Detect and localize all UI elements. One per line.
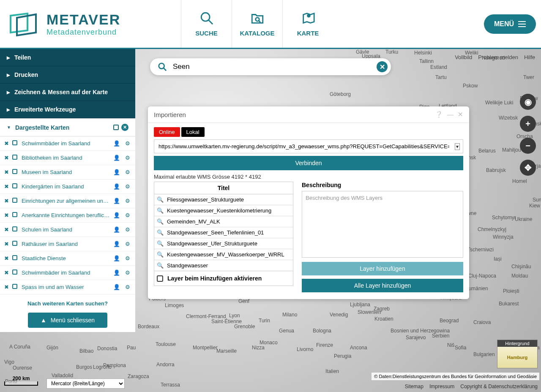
layer-name[interactable]: Schwimmbäder im Saarland [22,270,111,276]
remove-layer-icon[interactable]: ✖ [4,169,9,175]
section-erweitert[interactable]: ▶Erweiterte Werkzeuge [0,101,135,118]
toggle-all-icon[interactable] [113,125,119,130]
section-drucken[interactable]: ▶Drucken [0,66,135,84]
remove-layer-icon[interactable]: ✖ [4,284,9,290]
extent-button[interactable]: ✥ [520,160,536,176]
toggle-layer-icon[interactable] [12,270,17,276]
clear-search-icon[interactable]: ✕ [377,61,388,72]
zoom-icon[interactable]: 🔍 [157,229,164,236]
close-menu-button[interactable]: ▲Menü schliessen [28,313,107,328]
toggle-layer-icon[interactable] [12,255,17,261]
section-teilen[interactable]: ▶Teilen [0,49,135,66]
menu-button[interactable]: MENÜ [484,14,536,34]
toggle-layer-icon[interactable] [12,155,17,161]
tab-lokal[interactable]: Lokal [181,127,205,137]
nav-suche[interactable]: SUCHE [181,0,232,48]
layer-name[interactable]: Bibliotheken im Saarland [22,155,111,161]
remove-layer-icon[interactable]: ✖ [4,255,9,261]
hilfe-link[interactable]: Hilfe [524,54,535,60]
tab-online[interactable]: Online [154,127,180,137]
remove-layer-icon[interactable]: ✖ [4,198,9,204]
activate-checkbox-row[interactable]: Layer beim Hinzufügen aktivieren [154,271,293,286]
remove-layer-icon[interactable]: ✖ [4,226,9,233]
map-search-input[interactable] [173,63,377,71]
zoom-icon[interactable]: 🔍 [157,240,164,247]
help-icon[interactable]: ❔ [435,111,443,118]
toggle-layer-icon[interactable] [12,212,17,218]
remove-layer-icon[interactable]: ✖ [4,155,9,161]
toggle-layer-icon[interactable] [12,169,17,175]
remove-layer-icon[interactable]: ✖ [4,241,9,247]
nav-karte[interactable]: KARTE [282,0,333,48]
layer-name[interactable]: Schulen im Saarland [22,226,111,233]
wms-url-input[interactable] [154,139,463,153]
layer-name[interactable]: Spass im und am Wasser [22,284,111,290]
toggle-layer-icon[interactable] [12,284,17,290]
zoom-icon[interactable]: 🔍 [157,251,164,258]
section-zeichnen[interactable]: ▶Zeichnen & Messen auf der Karte [0,84,135,101]
gear-icon[interactable]: ⚙ [125,169,130,175]
locate-button[interactable]: ◉ [520,94,536,110]
basemap-switcher[interactable]: Hintergrund Hamburg [497,340,538,368]
logo[interactable]: METAVER Metadatenverbund [0,9,181,39]
sitemap-link[interactable]: Sitemap [405,384,424,389]
problem-link[interactable]: Problem melden [478,54,518,60]
layer-name[interactable]: Staatliche Dienste [22,255,111,261]
zoom-in-button[interactable]: + [520,116,536,132]
url-dropdown-icon[interactable]: ▾ [455,143,460,150]
titel-row[interactable]: 🔍Standgewaesser_Seen_Tiefenlinien_01 [154,227,293,238]
remove-layer-icon[interactable]: ✖ [4,212,9,218]
titel-row[interactable]: 🔍Standgewaesser [154,260,293,271]
gear-icon[interactable]: ⚙ [125,155,130,161]
layer-name[interactable]: Schwimmbäder im Saarland [22,140,111,147]
remove-layer-icon[interactable]: ✖ [4,140,9,147]
gear-icon[interactable]: ⚙ [125,198,130,204]
remove-layer-icon[interactable]: ✖ [4,270,9,276]
desc-textarea[interactable]: Beschreibung des WMS Layers [302,191,463,258]
close-icon[interactable]: ✕ [458,111,463,118]
toggle-layer-icon[interactable] [12,226,17,233]
gear-icon[interactable]: ⚙ [125,183,130,190]
titel-row[interactable]: 🔍Gemeinden_MV_ALK [154,216,293,227]
toggle-layer-icon[interactable] [12,198,17,204]
gear-icon[interactable]: ⚙ [125,226,130,233]
layer-name[interactable]: Museen im Saarland [22,169,111,175]
titel-row[interactable]: 🔍Fliessgewaesser_Strukturguete [154,194,293,205]
nav-kataloge[interactable]: KATALOGE [232,0,282,48]
gear-icon[interactable]: ⚙ [125,212,130,218]
projection-select[interactable]: Mercator (Breite/Länge) [46,378,125,389]
zoom-out-button[interactable]: − [520,138,536,154]
copyright-link[interactable]: Copyright & Datenschutzerklärung [460,384,538,389]
gear-icon[interactable]: ⚙ [125,270,130,276]
toggle-layer-icon[interactable] [12,241,17,247]
titel-row[interactable]: 🔍Standgewaesser_Ufer_Strukturguete [154,238,293,249]
zoom-icon[interactable]: 🔍 [157,218,164,225]
toggle-layer-icon[interactable] [12,183,17,190]
impressum-link[interactable]: Impressum [429,384,454,389]
toggle-layer-icon[interactable] [12,140,17,147]
gear-icon[interactable]: ⚙ [125,284,130,290]
scale-bar: 200 km [4,381,38,386]
add-all-button[interactable]: Alle Layer hinzufügen [302,279,463,292]
add-layer-button[interactable]: Layer hinzufügen [302,262,463,275]
vollbild-link[interactable]: Vollbild [455,54,472,60]
zoom-icon[interactable]: 🔍 [157,196,164,203]
titel-row[interactable]: 🔍Kuestengewaesser_Kuestenkilometrierung [154,205,293,216]
minimize-icon[interactable]: — [447,111,454,118]
zoom-icon[interactable]: 🔍 [157,262,164,269]
remove-all-icon[interactable]: ✕ [121,124,128,131]
verbinden-button[interactable]: Verbinden [154,156,463,170]
gear-icon[interactable]: ⚙ [125,140,130,147]
search-more-link[interactable]: Nach weiteren Karten suchen? [0,294,135,313]
remove-layer-icon[interactable]: ✖ [4,183,9,190]
titel-row[interactable]: 🔍Kuestengewaesser_MV_Wasserkoerper_WRRL [154,249,293,260]
layer-name[interactable]: Einrichtungen zur allgemeinen und p... [22,198,111,204]
gear-icon[interactable]: ⚙ [125,255,130,261]
layer-name[interactable]: Kindergärten im Saarland [22,183,111,190]
section-dargestellt[interactable]: ▼Dargestellte Karten ✕ [0,118,135,136]
zoom-icon[interactable]: 🔍 [157,207,164,214]
layer-name[interactable]: Rathäuser im Saarland [22,241,111,247]
layer-name[interactable]: Anerkannte Einrichtungen berufliche... [22,212,111,218]
checkbox-icon[interactable] [157,275,163,282]
gear-icon[interactable]: ⚙ [125,241,130,247]
